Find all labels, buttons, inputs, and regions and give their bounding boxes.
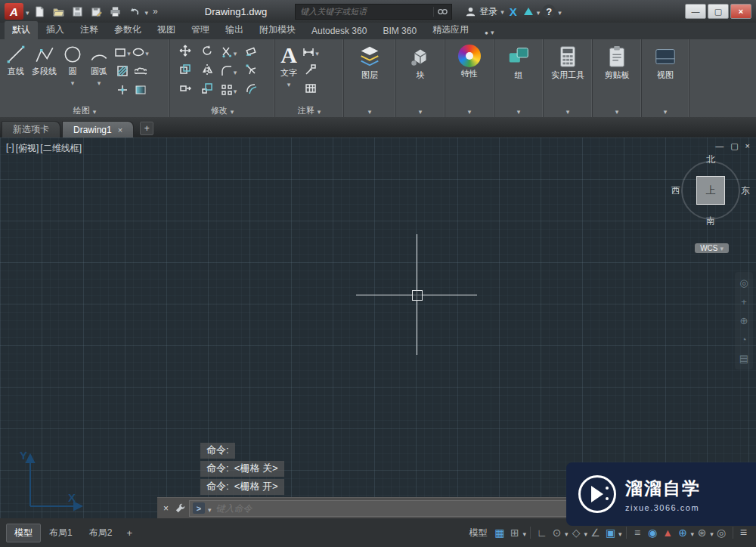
annotation-visibility-toggle[interactable]: ◉ — [646, 524, 660, 541]
command-close-icon[interactable]: × — [160, 503, 172, 514]
ellipse-tool[interactable] — [132, 45, 149, 59]
ribbon-tab-output[interactable]: 输出 — [218, 21, 251, 39]
file-tab-new[interactable]: 新选项卡 — [2, 121, 60, 138]
ribbon-tab-annotate[interactable]: 注释 — [73, 21, 106, 39]
lineweight-toggle[interactable]: ≡ — [631, 524, 645, 541]
customization-button[interactable]: ≡ — [737, 526, 750, 539]
restore-button[interactable]: ▢ — [708, 4, 729, 19]
exchange-apps-icon[interactable]: X — [507, 5, 520, 18]
copy-tool[interactable] — [179, 63, 191, 79]
groups-panel-footer[interactable] — [494, 104, 543, 117]
app-menu-caret-icon[interactable] — [26, 5, 29, 18]
search-binoculars-icon[interactable] — [437, 6, 448, 17]
offset-tool[interactable] — [245, 82, 257, 97]
help-button[interactable]: ? — [542, 5, 556, 18]
leader-tool[interactable] — [305, 63, 317, 79]
line-tool[interactable]: 直线 — [4, 42, 28, 77]
open-file-button[interactable] — [51, 4, 67, 19]
layout-tab-layout2[interactable]: 布局2 — [81, 524, 121, 542]
ribbon-tab-manage[interactable]: 管理 — [184, 21, 217, 39]
polar-toggle[interactable]: ⊙ — [550, 524, 564, 541]
ribbon-tab-bim360[interactable]: BIM 360 — [375, 23, 424, 39]
view-control[interactable]: [俯视] — [16, 142, 39, 155]
erase-tool[interactable] — [245, 45, 257, 60]
showmotion-icon[interactable]: ▤ — [739, 354, 748, 363]
viewcube-north-label[interactable]: 北 — [706, 153, 715, 166]
dimension-tool[interactable] — [302, 45, 319, 59]
snap-caret-icon[interactable] — [522, 526, 526, 539]
command-prompt-icon[interactable]: > — [193, 502, 205, 514]
utilities-panel-footer[interactable] — [544, 104, 592, 117]
gradient-tool[interactable] — [135, 84, 147, 96]
ribbon-tab-a360[interactable]: Autodesk 360 — [304, 23, 374, 39]
app-menu-button[interactable]: A — [5, 3, 23, 20]
new-layout-button[interactable]: + — [120, 527, 138, 539]
ribbon-tab-insert[interactable]: 插入 — [39, 21, 72, 39]
ribbon-tab-featured-apps[interactable]: 精选应用 — [425, 21, 476, 39]
ortho-toggle[interactable]: ∟ — [534, 524, 549, 541]
new-drawing-button[interactable]: + — [140, 122, 153, 135]
close-button[interactable]: × — [730, 4, 751, 19]
pan-icon[interactable]: + — [741, 297, 747, 307]
new-file-button[interactable] — [32, 4, 48, 19]
drawing-minimize-icon[interactable]: — — [715, 141, 723, 151]
drawing-canvas[interactable]: [-] [俯视] [二维线框] — ▢ × 北 南 西 东 上 WCS ◎ + … — [0, 138, 756, 518]
zoom-icon[interactable]: ⊕ — [740, 316, 748, 326]
osnap-caret-icon[interactable] — [618, 526, 622, 539]
layers-panel-footer[interactable] — [344, 104, 395, 117]
insert-block-button[interactable]: 块 — [407, 43, 434, 81]
save-button[interactable] — [70, 4, 86, 19]
hatch-tool[interactable] — [116, 65, 129, 77]
stretch-tool[interactable] — [179, 82, 191, 97]
group-button[interactable]: 组 — [505, 43, 532, 81]
rotate-tool[interactable] — [201, 45, 213, 60]
isodraft-caret-icon[interactable] — [584, 526, 588, 539]
rectangle-tool[interactable] — [114, 45, 131, 59]
revcloud-tool[interactable] — [135, 65, 147, 77]
move-tool[interactable] — [179, 45, 191, 60]
mirror-tool[interactable] — [201, 63, 213, 79]
block-panel-footer[interactable] — [396, 104, 445, 117]
viewcube-west-label[interactable]: 西 — [671, 184, 680, 197]
workspace-caret-icon[interactable] — [710, 526, 714, 539]
layout-tab-layout1[interactable]: 布局1 — [41, 524, 81, 542]
viewcube[interactable]: 北 南 西 东 上 — [676, 156, 745, 225]
recent-commands-caret-icon[interactable] — [208, 502, 212, 515]
drawing-restore-icon[interactable]: ▢ — [730, 141, 738, 151]
drawing-close-icon[interactable]: × — [745, 141, 750, 151]
viewcube-south-label[interactable]: 南 — [706, 215, 715, 227]
properties-button[interactable]: 特性 — [457, 43, 482, 79]
isolate-objects-button[interactable]: ◎ — [714, 524, 729, 541]
measure-button[interactable]: 实用工具 — [550, 43, 586, 81]
viewcube-top-face[interactable]: 上 — [696, 176, 725, 205]
draw-panel-footer[interactable]: 绘图 — [0, 104, 169, 117]
qat-more-button[interactable]: » — [150, 6, 160, 17]
text-tool[interactable]: A 文字 — [279, 42, 299, 88]
view-panel-footer[interactable] — [642, 104, 689, 117]
explode-tool[interactable] — [245, 63, 257, 79]
undo-history-caret-icon[interactable] — [145, 5, 149, 18]
osnap-toggle[interactable]: ▣ — [603, 524, 618, 541]
polar-caret-icon[interactable] — [565, 526, 569, 539]
isodraft-toggle[interactable]: ◇ — [569, 524, 584, 541]
file-tab-drawing1[interactable]: Drawing1 × — [62, 121, 134, 138]
circle-tool[interactable]: 圆 — [60, 42, 85, 87]
fillet-tool[interactable] — [221, 64, 237, 78]
steering-wheel-icon[interactable]: ◎ — [739, 278, 748, 288]
orbit-icon[interactable]: ◔ — [741, 335, 747, 345]
autodesk360-icon[interactable] — [524, 8, 533, 15]
save-as-button[interactable] — [88, 4, 105, 19]
point-tool[interactable] — [116, 84, 129, 96]
help-caret-icon[interactable] — [558, 5, 562, 18]
wcs-menu[interactable]: WCS — [695, 243, 729, 253]
polyline-tool[interactable]: 多段线 — [30, 42, 58, 77]
ribbon-tab-addins[interactable]: 附加模块 — [252, 21, 303, 39]
ribbon-tab-home[interactable]: 默认 — [5, 21, 38, 39]
command-customize-wrench-icon[interactable] — [175, 502, 186, 514]
array-tool[interactable] — [221, 83, 237, 97]
grid-toggle[interactable]: ▦ — [492, 524, 507, 541]
view-button[interactable]: 视图 — [652, 43, 679, 81]
ribbon-tab-parametric[interactable]: 参数化 — [107, 21, 149, 39]
annotation-scale-button[interactable]: ⊕ — [676, 524, 690, 541]
paste-button[interactable]: 剪贴板 — [603, 43, 631, 81]
